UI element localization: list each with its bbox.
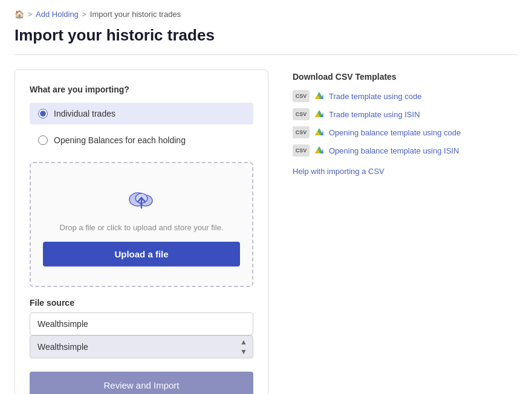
csv-badge-3: CSV (293, 126, 310, 138)
page-title: Import your historic trades (15, 26, 517, 45)
review-import-button[interactable]: Review and Import (30, 372, 253, 394)
google-drive-icon-4 (314, 146, 324, 155)
main-layout: What are you importing? Individual trade… (15, 69, 517, 394)
template-item-1[interactable]: CSV Trade template using code (293, 90, 517, 102)
template-link-3[interactable]: Opening balance template using code (329, 128, 461, 137)
upload-file-button[interactable]: Upload a file (43, 242, 240, 266)
breadcrumb-current: Import your historic trades (90, 10, 181, 19)
file-source-label: File source (30, 298, 253, 308)
csv-template-list: CSV Trade template using code CSV (293, 90, 517, 157)
upload-hint-text: Drop a file or click to upload and store… (43, 223, 240, 232)
home-icon[interactable]: 🏠 (15, 10, 24, 19)
sidebar: Download CSV Templates CSV Trade templat… (293, 69, 517, 176)
template-link-4[interactable]: Opening balance template using ISIN (329, 146, 459, 155)
file-source-group: File source Wealthsimple ▲ ▼ (30, 298, 253, 358)
template-link-2[interactable]: Trade template using ISIN (329, 110, 420, 119)
csv-badge-4: CSV (293, 144, 310, 157)
breadcrumb-add-holding[interactable]: Add Holding (36, 10, 79, 19)
google-drive-icon-1 (314, 91, 324, 101)
template-item-3[interactable]: CSV Opening balance template using code (293, 126, 517, 138)
template-item-4[interactable]: CSV Opening balance template using ISIN (293, 144, 517, 157)
file-source-input[interactable] (30, 312, 253, 335)
title-divider (15, 54, 517, 55)
radio-opening-balances[interactable]: Opening Balances for each holding (30, 129, 253, 151)
breadcrumb-sep-1: > (28, 10, 32, 19)
radio-individual-label: Individual trades (54, 109, 115, 118)
breadcrumb: 🏠 > Add Holding > Import your historic t… (15, 10, 517, 19)
csv-badge-1: CSV (293, 90, 310, 102)
template-link-1[interactable]: Trade template using code (329, 92, 421, 101)
template-item-2[interactable]: CSV Trade template using ISIN (293, 108, 517, 120)
breadcrumb-sep-2: > (82, 10, 86, 19)
radio-individual-trades[interactable]: Individual trades (30, 103, 253, 124)
upload-zone[interactable]: Drop a file or click to upload and store… (30, 162, 253, 287)
google-drive-icon-3 (314, 128, 324, 137)
google-drive-icon-2 (314, 109, 324, 119)
radio-opening-label: Opening Balances for each holding (54, 135, 186, 145)
help-csv-link[interactable]: Help with importing a CSV (293, 167, 384, 176)
radio-opening-input[interactable] (38, 135, 48, 145)
file-source-select[interactable]: Wealthsimple (30, 335, 253, 358)
radio-individual-input[interactable] (38, 109, 48, 118)
form-card: What are you importing? Individual trade… (15, 69, 268, 394)
csv-badge-2: CSV (293, 108, 310, 120)
upload-cloud-icon (43, 182, 240, 216)
sidebar-title: Download CSV Templates (293, 72, 517, 82)
file-source-select-wrapper: Wealthsimple ▲ ▼ (30, 335, 253, 358)
import-type-label: What are you importing? (30, 85, 253, 94)
